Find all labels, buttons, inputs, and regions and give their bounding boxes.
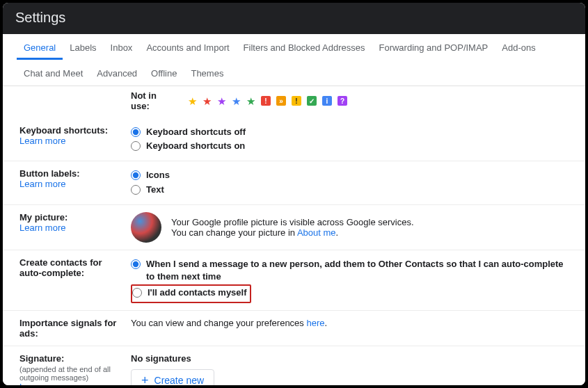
contacts-option-label: I'll add contacts myself: [148, 286, 247, 299]
create-new-signature-button[interactable]: + Create new: [131, 369, 214, 385]
tab-advanced[interactable]: Advanced: [90, 60, 144, 86]
tab-filters-and-blocked-addresses[interactable]: Filters and Blocked Addresses: [237, 34, 372, 60]
picture-desc-2b: .: [336, 227, 339, 238]
signature-sub: (appended at the end of all outgoing mes…: [19, 365, 124, 382]
buttonlabels-option-label: Icons: [146, 169, 569, 181]
contacts-option-label: When I send a message to a new person, a…: [146, 258, 569, 283]
star-icon[interactable]: ★: [188, 96, 197, 106]
about-me-link[interactable]: About me: [297, 227, 336, 238]
buttonlabels-radio-1[interactable]: [131, 185, 141, 195]
tab-themes[interactable]: Themes: [184, 60, 230, 86]
tab-offline[interactable]: Offline: [144, 60, 184, 86]
no-signatures-text: No signatures: [131, 353, 569, 364]
picture-desc-1: Your Google profile picture is visible a…: [171, 217, 414, 227]
star-icon[interactable]: ★: [217, 96, 226, 106]
star-badge-icon[interactable]: !: [292, 96, 301, 106]
plus-icon: +: [141, 378, 149, 384]
keyboard-radio-1[interactable]: [131, 141, 141, 151]
tab-general[interactable]: General: [17, 34, 63, 60]
star-badge-icon[interactable]: ✓: [307, 96, 317, 106]
keyboard-learn-more-link[interactable]: Learn more: [19, 136, 65, 146]
keyboard-option-label: Keyboard shortcuts on: [146, 140, 569, 152]
contacts-label: Create contacts for auto-complete:: [19, 257, 102, 278]
tab-forwarding-and-pop-imap[interactable]: Forwarding and POP/IMAP: [372, 34, 495, 60]
star-icon[interactable]: ★: [202, 96, 212, 106]
tab-add-ons[interactable]: Add-ons: [495, 34, 542, 60]
contacts-radio-1[interactable]: [132, 288, 142, 298]
contacts-radio-0[interactable]: [131, 259, 141, 269]
contacts-highlight: I'll add contacts myself: [131, 284, 251, 303]
tab-inbox[interactable]: Inbox: [104, 34, 140, 60]
tab-labels[interactable]: Labels: [63, 34, 103, 60]
stars-label: Not in use:: [131, 90, 173, 111]
avatar[interactable]: [131, 212, 161, 243]
button-labels-learn-more-link[interactable]: Learn more: [19, 179, 65, 189]
star-icon[interactable]: ★: [232, 96, 241, 106]
star-badge-icon[interactable]: i: [322, 96, 332, 106]
settings-content: Not in use: ★★★★★!»!✓i? Keyboard shortcu…: [3, 86, 585, 385]
importance-label: Importance signals for ads:: [19, 318, 116, 339]
my-picture-label: My picture:: [19, 212, 67, 223]
button-labels-label: Button labels:: [19, 168, 80, 179]
stars-not-in-use: Not in use: ★★★★★!»!✓i?: [131, 90, 569, 111]
importance-here-link[interactable]: here: [306, 318, 324, 328]
picture-learn-more-link[interactable]: Learn more: [19, 223, 65, 233]
signature-learn-more-link[interactable]: Learn more: [19, 382, 65, 385]
keyboard-radio-0[interactable]: [131, 127, 141, 137]
create-new-label: Create new: [154, 375, 205, 385]
tab-chat-and-meet[interactable]: Chat and Meet: [17, 60, 90, 86]
importance-text: You can view and change your preferences: [131, 318, 306, 328]
star-badge-icon[interactable]: »: [276, 96, 286, 106]
keyboard-option-label: Keyboard shortcuts off: [146, 126, 569, 138]
buttonlabels-radio-0[interactable]: [131, 170, 141, 180]
picture-desc-2a: You can change your picture in: [171, 227, 297, 238]
star-badge-icon[interactable]: !: [261, 96, 271, 106]
settings-tabs: GeneralLabelsInboxAccounts and ImportFil…: [3, 34, 585, 86]
star-badge-icon[interactable]: ?: [337, 96, 347, 106]
star-icon[interactable]: ★: [246, 96, 255, 106]
tab-accounts-and-import[interactable]: Accounts and Import: [139, 34, 236, 60]
buttonlabels-option-label: Text: [146, 184, 569, 196]
signature-label: Signature:: [19, 353, 64, 364]
keyboard-shortcuts-label: Keyboard shortcuts:: [19, 125, 108, 136]
page-title: Settings: [3, 3, 585, 34]
